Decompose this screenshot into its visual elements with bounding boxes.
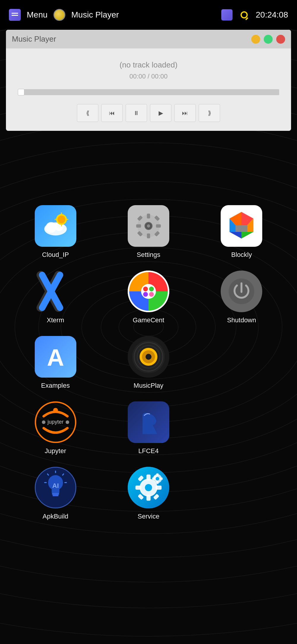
svg-point-23 (58, 216, 65, 223)
desktop: Music Player (no track loaded) 00:00 / 0… (0, 30, 297, 644)
pause-button[interactable]: ⏸ (126, 104, 147, 122)
svg-rect-93 (152, 477, 155, 480)
progress-thumb (18, 89, 24, 95)
apkbuild-label: ApkBuild (42, 513, 68, 520)
window-body: (no track loaded) 00:00 / 00:00 ⟪ ⏮ ⏸ ▶ … (6, 48, 291, 131)
settings-label: Settings (137, 251, 160, 259)
svg-rect-30 (147, 214, 150, 219)
search-circle (241, 11, 248, 18)
examples-label: Examples (41, 382, 70, 389)
svg-rect-33 (156, 224, 161, 228)
minimize-button[interactable] (251, 35, 260, 44)
app-grid: Cloud_IP (0, 187, 297, 526)
app-indicator-icon (53, 9, 65, 21)
status-bar: Menu Music Player 20:24:08 (0, 0, 297, 30)
clock: 20:24:08 (256, 10, 288, 20)
next-button[interactable]: ⏭ (174, 104, 196, 122)
svg-point-49 (149, 287, 154, 291)
window-titlebar: Music Player (6, 30, 291, 48)
svg-text:jupyter: jupyter (47, 419, 64, 425)
svg-point-51 (149, 292, 154, 297)
svg-point-63 (53, 408, 58, 413)
status-left: Menu Music Player (9, 9, 119, 21)
musicplay-label: MusicPlay (134, 382, 163, 389)
shutdown-label: Shutdown (227, 316, 256, 324)
window-title: Music Player (12, 34, 56, 44)
play-button[interactable]: ▶ (150, 104, 171, 122)
cloud-ip-icon (35, 205, 76, 247)
app-item-jupyter[interactable]: jupyter Jupyter (12, 401, 99, 455)
rewind-button[interactable]: ⟪ (77, 104, 98, 122)
gamecent-label: GameCent (133, 316, 164, 324)
svg-text:A: A (47, 344, 64, 371)
prev-button[interactable]: ⏮ (101, 104, 123, 122)
service-label: Service (138, 513, 159, 520)
gamecent-icon (128, 271, 169, 312)
svg-point-59 (146, 354, 151, 360)
app-item-shutdown[interactable]: Shutdown (198, 271, 285, 324)
svg-point-64 (42, 420, 45, 424)
app-item-service[interactable]: Service (105, 467, 192, 520)
service-icon (128, 467, 169, 508)
svg-point-80 (145, 484, 152, 491)
svg-rect-32 (136, 224, 141, 228)
track-info: (no track loaded) 00:00 / 00:00 (18, 60, 279, 80)
svg-rect-91 (156, 473, 159, 476)
blockly-label: Blockly (231, 251, 252, 259)
app-item-apkbuild[interactable]: AI ApkBuild (12, 467, 99, 520)
svg-point-47 (141, 284, 156, 299)
progress-bar[interactable] (18, 89, 279, 95)
lfce4-label: LFCE4 (138, 447, 159, 455)
svg-point-48 (143, 287, 148, 291)
svg-rect-71 (53, 495, 59, 496)
svg-rect-84 (156, 486, 162, 490)
status-right: 20:24:08 (221, 9, 288, 21)
maximize-button[interactable] (264, 35, 273, 44)
track-time: 00:00 / 00:00 (18, 73, 279, 80)
svg-rect-92 (156, 481, 159, 484)
progress-track (24, 89, 279, 95)
lfce4-icon (128, 401, 169, 443)
svg-rect-70 (52, 493, 59, 495)
blockly-icon (221, 205, 262, 247)
cloud-ip-label: Cloud_IP (42, 251, 69, 259)
svg-point-39 (147, 224, 150, 228)
status-cube-icon (221, 9, 233, 21)
menu-label[interactable]: Menu (27, 10, 48, 20)
svg-point-50 (143, 292, 148, 297)
player-controls: ⟪ ⏮ ⏸ ▶ ⏭ ⟫ (18, 104, 279, 122)
svg-marker-41 (236, 225, 247, 232)
search-icon[interactable] (238, 9, 250, 21)
svg-point-90 (156, 477, 159, 480)
svg-rect-83 (135, 486, 141, 490)
forward-button[interactable]: ⟫ (199, 104, 220, 122)
svg-rect-82 (146, 495, 151, 501)
menu-icon[interactable] (9, 9, 21, 21)
player-window-container: Music Player (no track loaded) 00:00 / 0… (6, 30, 291, 131)
app-item-gamecent[interactable]: GameCent (105, 271, 192, 324)
active-app-name: Music Player (71, 10, 119, 20)
jupyter-label: Jupyter (45, 447, 66, 455)
music-player-window: Music Player (no track loaded) 00:00 / 0… (6, 30, 291, 131)
app-item-settings[interactable]: Settings (105, 205, 192, 259)
app-item-xterm[interactable]: Xterm (12, 271, 99, 324)
close-button[interactable] (276, 35, 285, 44)
xterm-label: Xterm (47, 316, 64, 324)
jupyter-icon: jupyter (35, 401, 76, 443)
shutdown-icon (221, 271, 262, 312)
apkbuild-icon: AI (35, 467, 76, 508)
app-item-musicplay[interactable]: MusicPlay (105, 336, 192, 389)
examples-icon: A (35, 336, 76, 378)
xterm-icon (35, 271, 76, 312)
settings-icon (128, 205, 169, 247)
track-name: (no track loaded) (18, 60, 279, 70)
svg-rect-31 (147, 233, 150, 238)
app-item-lfce4[interactable]: LFCE4 (105, 401, 192, 455)
app-item-blockly[interactable]: Blockly (198, 205, 285, 259)
svg-text:AI: AI (52, 482, 59, 489)
svg-rect-81 (146, 475, 151, 480)
musicplay-icon (128, 336, 169, 378)
app-item-cloud-ip[interactable]: Cloud_IP (12, 205, 99, 259)
window-controls (251, 35, 285, 44)
app-item-examples[interactable]: A Examples (12, 336, 99, 389)
